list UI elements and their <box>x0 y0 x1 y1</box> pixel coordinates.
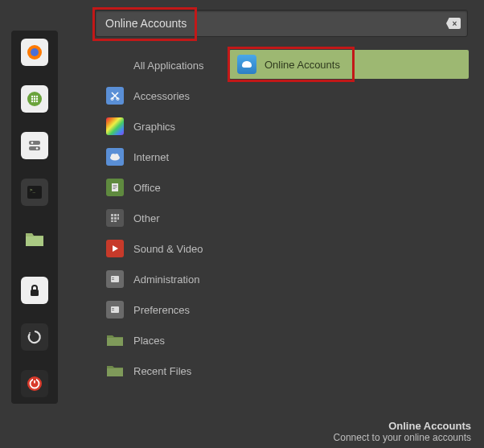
svg-rect-30 <box>113 185 117 186</box>
sidebar-files[interactable] <box>21 225 48 253</box>
category-places[interactable]: Places <box>95 325 224 356</box>
svg-rect-43 <box>112 279 114 280</box>
sidebar-logout[interactable] <box>21 323 48 351</box>
category-other[interactable]: Other <box>95 203 224 233</box>
category-sound-video[interactable]: Sound & Video <box>95 233 224 264</box>
tooltip-description: Connect to your online accounts <box>334 432 471 443</box>
result-online-accounts[interactable]: Online Accounts <box>229 50 469 79</box>
category-label: All Applications <box>133 60 203 72</box>
svg-rect-13 <box>29 146 40 150</box>
svg-rect-40 <box>114 220 117 222</box>
favorites-sidebar: >_ <box>11 31 58 404</box>
svg-point-11 <box>36 101 38 102</box>
result-label: Online Accounts <box>265 59 340 71</box>
category-graphics[interactable]: Graphics <box>95 111 224 142</box>
svg-rect-12 <box>29 141 40 145</box>
results-panel: Online Accounts <box>229 50 469 79</box>
svg-point-5 <box>36 96 38 97</box>
svg-text:>_: >_ <box>30 187 36 193</box>
folder-icon <box>106 362 124 380</box>
svg-rect-32 <box>113 188 116 189</box>
svg-point-7 <box>34 98 35 100</box>
svg-rect-47 <box>107 338 123 346</box>
category-administration[interactable]: Administration <box>95 264 224 294</box>
svg-point-14 <box>31 142 34 144</box>
search-bar <box>95 10 468 37</box>
category-preferences[interactable]: Preferences <box>95 294 224 325</box>
svg-rect-38 <box>117 217 119 220</box>
svg-point-15 <box>36 147 39 150</box>
category-internet[interactable]: Internet <box>95 142 224 172</box>
category-label: Internet <box>133 151 169 163</box>
svg-rect-34 <box>114 214 117 216</box>
svg-rect-35 <box>117 214 119 216</box>
svg-point-6 <box>31 98 33 100</box>
svg-point-4 <box>34 96 35 97</box>
svg-point-28 <box>115 154 119 158</box>
category-label: Accessories <box>133 90 190 102</box>
svg-rect-45 <box>112 308 114 309</box>
category-label: Administration <box>133 273 199 286</box>
svg-rect-36 <box>111 217 113 220</box>
grid-icon <box>106 209 124 227</box>
category-list: All Applications Accessories Graphics In… <box>95 50 224 386</box>
scissors-icon <box>106 87 124 105</box>
category-label: Graphics <box>133 121 175 133</box>
sidebar-apps[interactable] <box>21 85 48 113</box>
category-label: Preferences <box>133 304 190 316</box>
svg-point-8 <box>36 98 38 100</box>
category-recent-files[interactable]: Recent Files <box>95 356 224 386</box>
category-label: Office <box>133 182 161 194</box>
svg-rect-46 <box>112 310 114 310</box>
svg-rect-42 <box>112 277 114 278</box>
online-accounts-icon <box>237 55 256 74</box>
category-office[interactable]: Office <box>95 172 224 203</box>
svg-point-1 <box>31 48 39 56</box>
play-icon <box>106 240 124 257</box>
sidebar-settings[interactable] <box>21 132 48 159</box>
category-all[interactable]: All Applications <box>95 50 224 80</box>
document-icon <box>106 179 124 196</box>
svg-point-3 <box>31 96 33 97</box>
search-input[interactable] <box>105 17 446 30</box>
tooltip-title: Online Accounts <box>334 420 471 432</box>
category-accessories[interactable]: Accessories <box>95 80 224 111</box>
sidebar-terminal[interactable]: >_ <box>21 179 48 206</box>
rainbow-icon <box>106 117 124 135</box>
svg-rect-37 <box>114 217 117 220</box>
svg-rect-39 <box>111 220 113 222</box>
svg-point-10 <box>34 101 35 102</box>
svg-rect-33 <box>111 214 113 216</box>
sidebar-power[interactable] <box>21 370 48 397</box>
cloud-icon <box>106 148 124 166</box>
clear-search-icon[interactable] <box>446 18 461 29</box>
svg-rect-18 <box>26 236 43 246</box>
category-label: Sound & Video <box>133 243 203 255</box>
category-label: Places <box>133 335 165 347</box>
svg-point-9 <box>31 101 33 102</box>
svg-rect-48 <box>107 368 123 376</box>
category-label: Recent Files <box>133 365 191 377</box>
result-tooltip: Online Accounts Connect to your online a… <box>334 420 471 443</box>
svg-rect-23 <box>33 378 36 380</box>
sidebar-lock[interactable] <box>21 277 48 304</box>
category-label: Other <box>133 212 160 224</box>
svg-rect-19 <box>31 290 39 296</box>
svg-rect-31 <box>113 187 117 187</box>
panel-icon <box>106 270 124 288</box>
folder-icon <box>106 331 124 349</box>
panel-icon <box>106 301 124 319</box>
sidebar-firefox[interactable] <box>21 39 48 66</box>
